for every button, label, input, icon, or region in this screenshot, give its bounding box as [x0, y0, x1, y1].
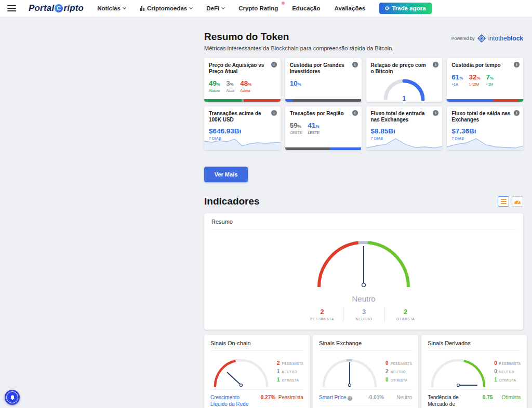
signals-grid: Sinais On-chain 2PESSIMISTA 1NEUTRO 1OTI… — [204, 335, 523, 408]
distribution-bar — [285, 99, 362, 102]
metric-cards-grid: Preço de Aquisição vs Preço Atual i 49%A… — [204, 58, 523, 150]
page-title: Resumo do Token — [204, 31, 393, 43]
refresh-icon: ⟳ — [385, 5, 390, 12]
card-title: Custódia por Grandes Investidores — [290, 62, 357, 75]
logo-text-part1: Portal — [29, 3, 54, 13]
ver-mais-button[interactable]: Ver Mais — [204, 167, 248, 182]
panel-sinais-exchange: Sinais Exchange 0PESSIMISTA 2NEUTRO 0OTI… — [313, 335, 418, 408]
card-title: Custódia por tempo — [451, 62, 518, 69]
signal-legend: 0PESSIMISTA 2NEUTRO 0OTIMISTA — [385, 358, 412, 385]
list-view-toggle[interactable] — [498, 196, 509, 207]
bell-icon — [9, 395, 16, 401]
summary-gauge — [314, 238, 413, 289]
summary-stats: 2PESSIMISTA 3NEUTRO 2OTIMISTA — [211, 307, 516, 322]
card-fluxo-entrada: Fluxo total de entrada nas Exchanges i $… — [366, 106, 443, 150]
info-icon[interactable]: i — [514, 62, 520, 67]
signal-link[interactable]: Crescimento Líquido da Rede? — [210, 394, 254, 408]
gauge-value: 1 — [382, 95, 427, 102]
panel-sinais-derivados: Sinais Derivados 0PESSIMISTA 0NEUTRO 1OT… — [421, 335, 527, 408]
card-preco-aquisicao: Preço de Aquisição vs Preço Atual i 49%A… — [204, 58, 281, 102]
main-nav: Notícias Criptomoedas DeFi Crypto Rating… — [97, 5, 365, 11]
card-title: Preço de Aquisição vs Preço Atual — [209, 62, 276, 75]
notifications-bell-button[interactable] — [5, 390, 20, 405]
sparkline-chart — [366, 135, 443, 150]
notification-dot-icon — [282, 2, 285, 5]
info-icon[interactable]: i — [514, 110, 520, 116]
nav-crypto-rating[interactable]: Crypto Rating — [238, 5, 278, 11]
gauge-needle — [227, 372, 241, 385]
card-custodia-tempo: Custódia por tempo i 61%+1A 32%1-12M 7%<… — [447, 58, 523, 102]
card-transacoes-regiao: Trasações por Região i 59%OESTE 41%LESTE — [285, 106, 362, 150]
menu-icon[interactable] — [7, 5, 16, 11]
signal-row: Relação de volume de compra - venda? -0.… — [319, 405, 412, 408]
signal-legend: 0PESSIMISTA 0NEUTRO 1OTIMISTA — [494, 358, 521, 385]
signal-link[interactable]: Smart Price? — [319, 394, 362, 401]
nav-noticias[interactable]: Notícias — [97, 5, 126, 11]
view-toggles — [498, 196, 523, 207]
question-icon[interactable]: ? — [348, 396, 352, 401]
card-custodia-grandes: Custódia por Grandes Investidores i 10% — [285, 58, 362, 102]
nav-criptomoedas[interactable]: Criptomoedas — [140, 5, 192, 11]
indicators-title: Indicadores — [204, 196, 260, 207]
signal-row: Tendência de Mercado de Futuro? 0.75 Oti… — [428, 389, 521, 408]
intotheblock-logo-icon — [477, 34, 486, 43]
distribution-bar — [447, 99, 523, 102]
sparkline-chart — [447, 135, 523, 150]
logo-text-part2: ripto — [63, 3, 84, 13]
panel-sinais-onchain: Sinais On-chain 2PESSIMISTA 1NEUTRO 1OTI… — [204, 335, 310, 408]
gauge-view-toggle[interactable] — [512, 196, 523, 207]
card-title: Trasações por Região — [290, 111, 357, 117]
summary-status: Neutro — [211, 294, 516, 303]
chevron-down-icon — [221, 6, 225, 9]
signal-legend: 2PESSIMISTA 1NEUTRO 1OTIMISTA — [277, 358, 303, 385]
list-icon — [501, 199, 507, 205]
card-value: $646.93Bi — [209, 127, 276, 135]
distribution-bar — [285, 147, 362, 150]
trade-agora-button[interactable]: ⟳ Trade agora — [379, 3, 431, 14]
site-logo[interactable]: PortalCripto — [29, 3, 84, 13]
exchange-gauge — [319, 355, 380, 387]
chevron-down-icon — [189, 6, 193, 9]
info-icon[interactable]: i — [271, 110, 277, 116]
info-icon[interactable]: i — [352, 110, 358, 116]
nav-educacao[interactable]: Educação — [292, 5, 320, 11]
bar-chart-icon — [140, 6, 144, 11]
signal-row: Smart Price? -0.01% Neutro — [319, 389, 412, 405]
summary-panel: Resumo Neutro 2PESSIMISTA 3NEUTRO 2OTIMI… — [204, 213, 523, 330]
card-relacao-bitcoin: Relação de preço com o Bitcoin i 1 — [366, 58, 443, 102]
derivatives-gauge — [428, 355, 489, 387]
card-fluxo-saida: Fluxo total de sáida nas Exchanges i $7.… — [447, 106, 523, 150]
info-icon[interactable]: i — [433, 110, 438, 116]
info-icon[interactable]: i — [433, 62, 438, 67]
main-content: Resumo do Token Métricas interessantes d… — [204, 24, 523, 408]
card-transacoes-100k: Transações acima de 100K USD i $646.93Bi… — [204, 106, 281, 150]
info-icon[interactable]: i — [271, 62, 277, 67]
top-navbar: PortalCripto Notícias Criptomoedas DeFi … — [0, 0, 532, 17]
nav-defi[interactable]: DeFi — [206, 5, 224, 11]
summary-panel-title: Resumo — [211, 219, 516, 225]
card-title: Relação de preço com o Bitcoin — [371, 62, 438, 75]
distribution-bar — [204, 99, 281, 102]
bell-ring — [6, 391, 18, 403]
gauge-icon — [514, 199, 521, 204]
card-title: Fluxo total de entrada nas Exchanges — [371, 111, 438, 123]
signal-row: Crescimento Líquido da Rede? 0.27% Pessi… — [210, 389, 303, 408]
powered-by: Powered by intotheblock — [451, 34, 523, 43]
price-relation-gauge: 1 — [382, 76, 427, 102]
chevron-down-icon — [123, 6, 126, 9]
sparkline-chart — [204, 135, 281, 150]
onchain-gauge — [210, 355, 272, 387]
intotheblock-logo-text: intotheblock — [488, 35, 523, 42]
page-subtitle: Métricas interessantes da Blockchain par… — [204, 45, 393, 51]
signal-label[interactable]: Tendência de Mercado de Futuro? — [428, 394, 471, 408]
nav-avaliacoes[interactable]: Avaliações — [335, 5, 366, 11]
info-icon[interactable]: i — [352, 62, 358, 67]
card-value: $7.36Bi — [451, 127, 518, 135]
card-title: Fluxo total de sáida nas Exchanges — [451, 111, 518, 123]
coin-icon: C — [55, 4, 63, 12]
powered-by-label: Powered by — [451, 36, 475, 41]
card-title: Transações acima de 100K USD — [209, 111, 276, 123]
card-value: $8.85Bi — [371, 127, 438, 135]
